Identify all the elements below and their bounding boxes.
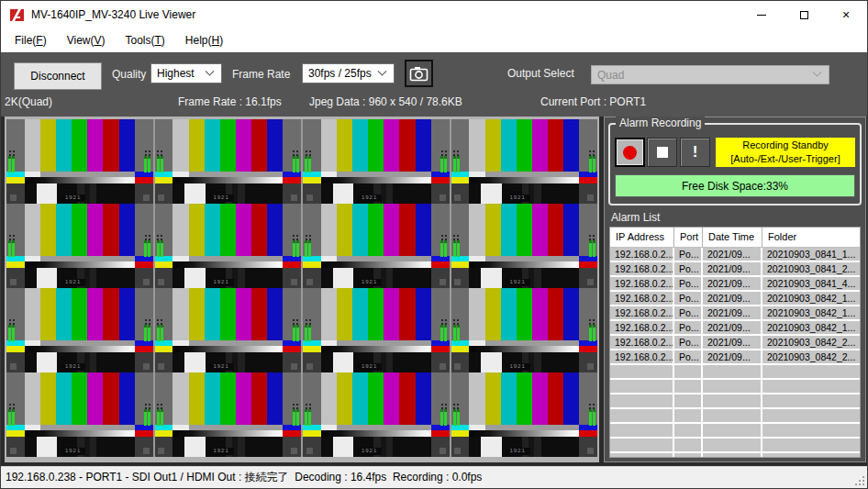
- alarm-cell: Po...: [674, 321, 703, 336]
- alarm-row[interactable]: 192.168.0.2...Po...2021/09...20210903_08…: [610, 306, 860, 321]
- alarm-cell: 192.168.0.2...: [610, 248, 674, 262]
- alarm-trigger-button[interactable]: !: [680, 138, 710, 167]
- meter-bars: [589, 240, 595, 257]
- colorbars-row: [303, 119, 450, 172]
- column-header: Port: [674, 228, 703, 247]
- alarm-cell: 20210903_0842_1...: [762, 292, 860, 306]
- meter-dots: [9, 404, 11, 406]
- close-button[interactable]: ×: [825, 1, 867, 28]
- audio-meter-left-icon: [157, 235, 163, 257]
- audio-meter-right-icon: [293, 404, 299, 426]
- frame-rate-status: Frame Rate : 16.1fps: [178, 95, 282, 108]
- audio-meter-right-icon: [589, 404, 595, 426]
- meter-dots: [441, 235, 443, 237]
- video-tile: 1921: [6, 288, 153, 372]
- corner-marker: [587, 363, 594, 370]
- alarm-row[interactable]: 192.168.0.2...Po...2021/09...20210903_08…: [610, 262, 860, 277]
- alarm-row-empty: [610, 365, 860, 380]
- tile-timecode: 1921: [61, 363, 85, 370]
- alarm-cell: Po...: [674, 248, 703, 262]
- alarm-cell: 2021/09...: [703, 277, 762, 292]
- alarm-row[interactable]: 192.168.0.2...Po...2021/09...20210903_08…: [610, 248, 860, 262]
- colorbars-row: [303, 288, 450, 340]
- alarm-row-empty: [610, 409, 860, 424]
- meter-dots: [9, 319, 11, 321]
- stop-button[interactable]: [647, 138, 677, 167]
- meter-bars: [440, 156, 447, 172]
- meter-dots: [145, 404, 147, 406]
- meter-bars: [589, 409, 595, 426]
- meter-bars: [8, 156, 15, 172]
- audio-meter-right-icon: [144, 319, 150, 341]
- meter-bars: [453, 325, 460, 341]
- meter-bars: [144, 156, 150, 172]
- meter-dots: [157, 319, 159, 321]
- video-tile: 1921: [451, 372, 598, 457]
- alarm-row[interactable]: 192.168.0.2...Po...2021/09...20210903_08…: [610, 336, 860, 350]
- alarm-list-table[interactable]: IP AddressPortDate TimeFolder 192.168.0.…: [609, 227, 861, 458]
- frame-rate-label: Frame Rate: [232, 68, 290, 81]
- menu-item-help[interactable]: Help(H): [184, 32, 225, 49]
- meter-dots: [441, 404, 443, 406]
- tile-timecode: 1921: [209, 363, 234, 370]
- meter-bars: [293, 325, 299, 341]
- minimize-button[interactable]: [740, 1, 783, 28]
- meter-dots: [453, 319, 455, 321]
- connection-status-text: 192.168.0.238 - PORT1 - SDI Out1 / HDMI …: [6, 470, 482, 485]
- menu-item-view[interactable]: View(V): [65, 32, 107, 49]
- alarm-cell: 2021/09...: [703, 262, 762, 277]
- corner-marker: [587, 279, 594, 285]
- chevron-down-icon: [378, 66, 387, 75]
- meter-bars: [157, 240, 163, 257]
- alarm-row[interactable]: 192.168.0.2...Po...2021/09...20210903_08…: [610, 321, 860, 336]
- audio-meter-left-icon: [305, 319, 311, 341]
- colorbars-row: [6, 288, 153, 340]
- video-tile: 1921: [451, 204, 598, 288]
- frame-rate-select[interactable]: 30fps / 25fps: [302, 63, 395, 83]
- audio-meter-left-icon: [157, 150, 163, 172]
- corner-marker: [10, 194, 17, 201]
- meter-dots: [441, 319, 443, 321]
- output-select-value: Quad: [597, 69, 814, 82]
- corner-marker: [143, 279, 150, 285]
- corner-marker: [158, 279, 164, 285]
- meter-dots: [293, 404, 295, 406]
- minimize-icon: [757, 15, 766, 16]
- corner-marker: [454, 279, 461, 285]
- alarm-cell: 192.168.0.2...: [610, 262, 674, 277]
- corner-marker: [10, 279, 17, 285]
- alarm-cell: 20210903_0842_2...: [762, 336, 860, 350]
- meter-dots: [453, 404, 455, 406]
- alarm-cell: 20210903_0842_2...: [762, 350, 860, 365]
- column-header: Folder: [762, 228, 860, 247]
- meter-bars: [440, 325, 447, 341]
- video-tile: 1921: [155, 119, 302, 204]
- colorbars-row: [155, 204, 302, 256]
- video-tile: 1921: [451, 119, 598, 204]
- meter-dots: [306, 235, 307, 237]
- alarm-cell: 20210903_0841_2...: [762, 262, 860, 277]
- alarm-row[interactable]: 192.168.0.2...Po...2021/09...20210903_08…: [610, 292, 860, 306]
- alarm-row[interactable]: 192.168.0.2...Po...2021/09...20210903_08…: [610, 350, 860, 365]
- menu-item-file[interactable]: File(F): [13, 32, 49, 49]
- alarm-cell: 20210903_0841_1...: [762, 248, 860, 262]
- record-button[interactable]: [615, 138, 645, 167]
- alarm-row[interactable]: 192.168.0.2...Po...2021/09...20210903_08…: [610, 277, 860, 292]
- tile-timecode: 1921: [506, 279, 530, 285]
- alarm-cell: Po...: [674, 292, 703, 306]
- disconnect-button[interactable]: Disconnect: [14, 62, 102, 90]
- quality-select[interactable]: Highest: [150, 63, 222, 83]
- corner-marker: [291, 363, 297, 370]
- maximize-button[interactable]: [783, 1, 825, 28]
- camera-icon: [409, 66, 428, 82]
- corner-marker: [440, 448, 446, 454]
- meter-bars: [144, 325, 150, 341]
- corner-marker: [143, 448, 150, 454]
- alarm-row-empty: [610, 453, 860, 458]
- menu-item-tools[interactable]: Tools(T): [124, 32, 167, 49]
- meter-bars: [305, 240, 311, 257]
- video-tile: 1921: [6, 372, 153, 457]
- resize-grip-icon[interactable]: [862, 483, 864, 485]
- snapshot-button[interactable]: [405, 60, 433, 87]
- tile-timecode: 1921: [506, 448, 530, 454]
